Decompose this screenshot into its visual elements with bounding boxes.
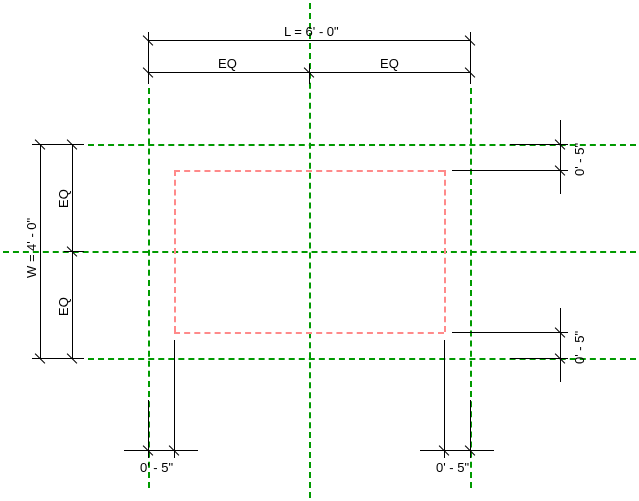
inner-top xyxy=(174,170,444,172)
dim-offset-bl xyxy=(124,450,198,451)
ext-rt-inner xyxy=(452,170,568,171)
inner-right xyxy=(444,170,446,332)
inner-left xyxy=(174,170,176,332)
grid-h-center xyxy=(3,251,636,253)
drawing-canvas: L = 6' - 0" EQ EQ W = 4' - 0" EQ EQ 0' -… xyxy=(0,0,639,501)
label-L: L = 6' - 0" xyxy=(284,24,339,39)
dim-offset-br xyxy=(420,450,494,451)
ext-br-inner xyxy=(444,340,445,458)
label-EQ-top-left: EQ xyxy=(218,56,237,71)
dim-W xyxy=(40,144,41,358)
label-EQ-top-right: EQ xyxy=(380,56,399,71)
label-EQ-left-bottom: EQ xyxy=(56,297,71,316)
inner-bottom xyxy=(174,332,444,334)
label-offset-bl: 0' - 5" xyxy=(140,460,173,475)
label-W: W = 4' - 0" xyxy=(24,218,39,278)
label-offset-rt: 0' - 5" xyxy=(572,143,587,176)
label-offset-rb: 0' - 5" xyxy=(572,331,587,364)
label-offset-br: 0' - 5" xyxy=(436,460,469,475)
ext-rb-inner xyxy=(452,332,568,333)
ext-bl-inner xyxy=(174,340,175,458)
label-EQ-left-top: EQ xyxy=(56,189,71,208)
dim-L xyxy=(148,40,470,41)
dim-offset-rb xyxy=(560,308,561,382)
dim-offset-rt xyxy=(560,120,561,194)
